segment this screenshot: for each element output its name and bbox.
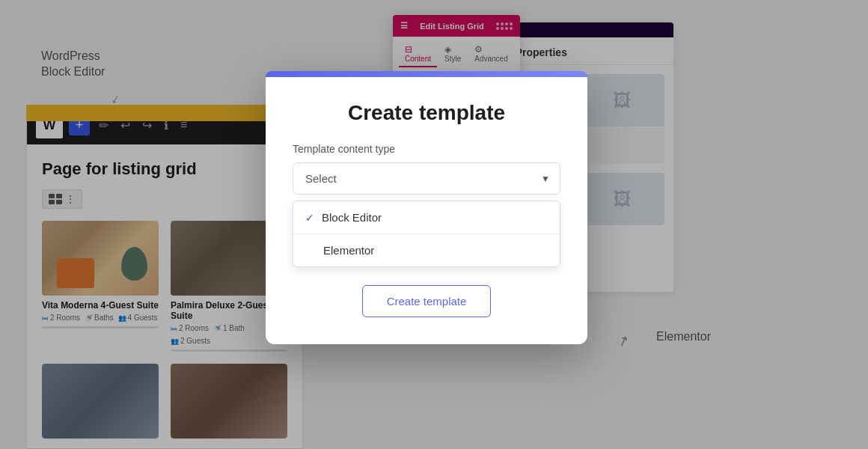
elementor-option: Elementor [323, 244, 374, 257]
select-wrapper: Select ▼ [293, 162, 560, 195]
modal-top-bar [266, 71, 587, 77]
template-type-dropdown: ✓ Block Editor Elementor [293, 201, 560, 267]
template-type-select[interactable]: Select [293, 162, 560, 195]
block-editor-option: Block Editor [322, 211, 382, 224]
dropdown-item-block-editor[interactable]: ✓ Block Editor [293, 201, 560, 233]
dropdown-item-elementor[interactable]: Elementor [293, 234, 560, 266]
create-template-button[interactable]: Create template [362, 285, 492, 317]
modal-body: Create template Template content type Se… [266, 77, 587, 344]
modal-title: Create template [293, 101, 560, 125]
check-icon: ✓ [305, 212, 314, 224]
template-content-type-label: Template content type [293, 143, 560, 155]
modal-footer: Create template [293, 285, 560, 317]
create-template-modal: Create template Template content type Se… [266, 71, 587, 344]
